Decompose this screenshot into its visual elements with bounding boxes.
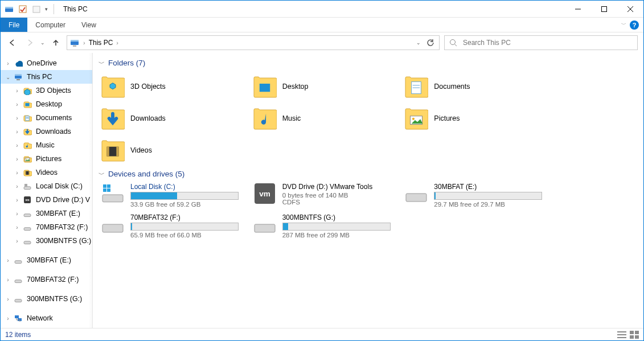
tab-file[interactable]: File xyxy=(1,18,27,32)
back-button[interactable] xyxy=(6,36,19,49)
tree-item[interactable]: ›Local Disk (C:) xyxy=(1,179,92,193)
drive-free-text: 287 MB free of 299 MB xyxy=(282,232,391,239)
downloads-icon xyxy=(22,126,32,137)
tree-item[interactable]: ›Music xyxy=(1,138,92,152)
properties-icon[interactable] xyxy=(18,4,28,14)
ribbon-expand-icon[interactable]: ﹀ xyxy=(621,21,626,28)
folder-tile[interactable]: Music xyxy=(251,102,403,134)
details-view-icon[interactable] xyxy=(617,331,626,339)
tree-twisty-icon[interactable]: › xyxy=(4,315,12,322)
folder-tile[interactable]: Desktop xyxy=(251,71,403,102)
videos-icon xyxy=(22,167,32,178)
chevron-right-icon[interactable]: › xyxy=(83,39,85,46)
drive-tile[interactable]: 300MBNTFS (G:)287 MB free of 299 MB xyxy=(251,212,403,240)
tree-item[interactable]: ›300MBNTFS (G:) xyxy=(1,234,92,248)
chevron-down-icon: ﹀ xyxy=(99,170,105,179)
group-header-folders[interactable]: ﹀ Folders (7) xyxy=(99,59,638,67)
svg-rect-34 xyxy=(15,299,22,302)
drive-tile[interactable]: vmDVD Drive (D:) VMware Tools0 bytes fre… xyxy=(251,182,403,209)
tree-twisty-icon[interactable]: ⌄ xyxy=(4,74,12,80)
svg-rect-32 xyxy=(15,261,22,264)
chevron-right-icon[interactable]: › xyxy=(116,39,118,46)
drive-tile[interactable]: 30MBFAT (E:)29.7 MB free of 29.7 MB xyxy=(402,182,554,209)
folder-tile[interactable]: 3D Objects xyxy=(99,71,251,102)
folder-tile[interactable]: Videos xyxy=(99,134,251,166)
recent-locations-icon[interactable]: ⌄ xyxy=(40,40,45,46)
drive-tile[interactable]: 70MBFAT32 (F:)65.9 MB free of 66.0 MB xyxy=(99,212,251,240)
capacity-bar xyxy=(434,192,542,200)
breadcrumb[interactable]: This PC xyxy=(89,39,113,47)
address-dropdown-icon[interactable]: ⌄ xyxy=(416,40,421,46)
forward-button[interactable] xyxy=(23,36,36,49)
svg-point-42 xyxy=(412,118,415,120)
videos-icon xyxy=(101,138,125,162)
svg-rect-26 xyxy=(24,184,27,187)
tree-twisty-icon[interactable]: › xyxy=(4,296,12,302)
folder-label: Documents xyxy=(434,83,470,91)
new-folder-icon[interactable] xyxy=(31,4,42,14)
tree-item-label: Documents xyxy=(36,114,72,122)
tiles-view-icon[interactable] xyxy=(630,331,639,339)
close-button[interactable] xyxy=(617,1,643,18)
winhdd-icon xyxy=(101,183,125,204)
tab-view[interactable]: View xyxy=(73,18,104,32)
tree-twisty-icon[interactable]: › xyxy=(13,211,21,217)
desktop-icon xyxy=(22,99,32,109)
tree-item[interactable]: ›Desktop xyxy=(1,97,92,111)
tree-twisty-icon[interactable]: › xyxy=(13,129,21,135)
tree-item[interactable]: ›70MBFAT32 (F:) xyxy=(1,220,92,234)
up-button[interactable] xyxy=(50,36,62,49)
svg-rect-44 xyxy=(107,147,109,157)
folder-tile[interactable]: Downloads xyxy=(99,102,251,134)
tree-item[interactable]: ›Downloads xyxy=(1,125,92,138)
capacity-bar xyxy=(282,223,391,231)
refresh-icon[interactable] xyxy=(426,39,434,47)
group-header-drives[interactable]: ﹀ Devices and drives (5) xyxy=(99,170,638,178)
help-icon[interactable]: ? xyxy=(630,20,639,30)
tree-item[interactable]: ›30MBFAT (E:) xyxy=(1,253,92,267)
folder-tile[interactable]: Pictures xyxy=(402,102,554,134)
tree-item[interactable]: ›Pictures xyxy=(1,152,92,166)
tree-item[interactable]: ›70MBFAT32 (F:) xyxy=(1,273,92,286)
tree-twisty-icon[interactable]: › xyxy=(4,277,12,283)
tree-twisty-icon[interactable]: › xyxy=(13,88,21,94)
tree-twisty-icon[interactable]: › xyxy=(13,197,21,203)
tree-item[interactable]: ›Network xyxy=(1,311,92,325)
tree-item-label: 3D Objects xyxy=(36,87,71,95)
tab-computer[interactable]: Computer xyxy=(27,18,73,32)
qat-customize-icon[interactable]: ▾ xyxy=(45,6,48,12)
folder-tile[interactable]: Documents xyxy=(402,71,554,102)
search-input[interactable] xyxy=(462,38,633,47)
tree-item[interactable]: ⌄This PC xyxy=(1,70,92,84)
tree-item[interactable]: ›Documents xyxy=(1,111,92,125)
tree-twisty-icon[interactable]: › xyxy=(13,170,21,176)
content-pane[interactable]: ﹀ Folders (7) 3D ObjectsDesktopDocuments… xyxy=(93,53,643,328)
tree-twisty-icon[interactable]: › xyxy=(13,183,21,190)
minimize-button[interactable] xyxy=(565,1,591,18)
navigation-pane[interactable]: ›OneDrive⌄This PC›3D Objects›Desktop›Doc… xyxy=(1,53,93,328)
tree-twisty-icon[interactable]: › xyxy=(13,156,21,162)
tree-twisty-icon[interactable]: › xyxy=(4,257,12,264)
maximize-button[interactable] xyxy=(591,1,617,18)
tree-twisty-icon[interactable]: › xyxy=(13,101,21,108)
hdd-icon xyxy=(22,181,32,191)
tree-item[interactable]: ›OneDrive xyxy=(1,56,92,70)
tree-twisty-icon[interactable]: › xyxy=(13,238,21,244)
tree-item[interactable]: ›30MBFAT (E:) xyxy=(1,207,92,220)
tree-item[interactable]: ›vmDVD Drive (D:) V xyxy=(1,193,92,207)
address-bar[interactable]: › This PC › ⌄ xyxy=(67,35,440,50)
tree-item-label: 30MBFAT (E:) xyxy=(27,256,71,264)
tree-item-label: 300MBNTFS (G:) xyxy=(27,295,82,303)
tree-item[interactable]: ›Videos xyxy=(1,166,92,179)
tree-twisty-icon[interactable]: › xyxy=(4,60,12,67)
tree-twisty-icon[interactable]: › xyxy=(13,224,21,231)
drive-tile[interactable]: Local Disk (C:)33.9 GB free of 59.2 GB xyxy=(99,182,251,209)
search-box[interactable] xyxy=(444,35,638,50)
tree-twisty-icon[interactable]: › xyxy=(13,115,21,121)
pictures-icon xyxy=(22,154,32,164)
tree-item[interactable]: ›300MBNTFS (G:) xyxy=(1,292,92,306)
tree-item[interactable]: ›3D Objects xyxy=(1,84,92,97)
folder-label: Music xyxy=(282,114,301,122)
tree-twisty-icon[interactable]: › xyxy=(13,142,21,149)
folders-grid: 3D ObjectsDesktopDocumentsDownloadsMusic… xyxy=(99,71,554,166)
